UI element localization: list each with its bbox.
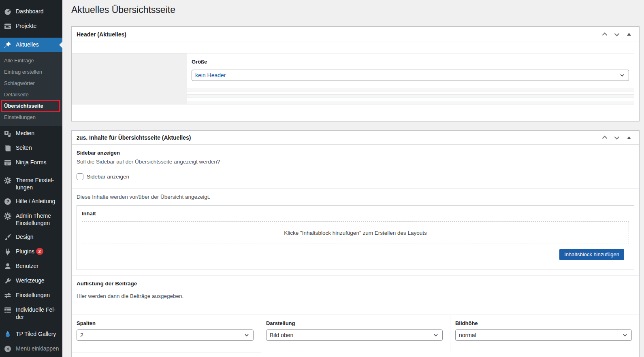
sidebar-item-label: Aktuelles — [16, 41, 60, 48]
sidebar-anzeigen-field: Sidebar anzeigen Soll die Sidebar auf de… — [72, 145, 639, 188]
sidebar-anzeigen-question: Soll die Sidebar auf der Übersichtsseite… — [77, 159, 634, 165]
sidebar-item-label: Plugins2 — [16, 248, 60, 255]
sidebar-item-tp-tiled-gallery[interactable]: TP Tiled Gallery — [0, 327, 62, 342]
sidebar-item-werkzeuge[interactable]: Werkzeuge — [0, 274, 62, 288]
header-size-select[interactable]: kein Header — [192, 70, 629, 81]
sidebar-item-label: Projekte — [16, 22, 60, 30]
size-field-label: Größe — [192, 59, 629, 65]
pin-icon — [4, 41, 12, 49]
dashboard-icon — [4, 8, 12, 16]
chevron-down-icon — [243, 332, 250, 338]
sidebar-item-ninja-forms[interactable]: Ninja Forms — [0, 155, 62, 170]
user-icon — [4, 262, 12, 270]
drop-zone-hint: Klicke "Inhaltsblock hinzufügen" zum Ers… — [284, 230, 427, 236]
select-value: kein Header — [195, 72, 226, 79]
add-content-block-button[interactable]: Inhaltsblock hinzufügen — [559, 249, 624, 260]
sidebar-anzeigen-checkbox-label[interactable]: Sidebar anzeigen — [87, 174, 129, 180]
sidebar-item-dashboard[interactable]: Dashboard — [0, 4, 62, 19]
wrench-icon — [4, 277, 12, 285]
move-up-button[interactable] — [599, 132, 611, 144]
sidebar-anzeigen-checkbox-row: Sidebar anzeigen — [77, 173, 634, 180]
submenu-item-uebersichtsseite[interactable]: Übersichtsseite — [0, 100, 62, 112]
bildhoehe-select[interactable]: normal — [455, 329, 632, 341]
media-icon — [4, 130, 12, 138]
header-metabox-title: Header (Aktuelles) — [72, 31, 131, 38]
sidebar-item-label: Design — [16, 233, 60, 240]
triangle-up-icon — [627, 33, 631, 36]
chevron-down-icon — [619, 72, 625, 79]
sidebar-item-label: Einstellungen — [16, 291, 60, 299]
chevron-down-icon — [613, 134, 621, 141]
main-content: Aktuelles Übersichtsseite Header (Aktuel… — [62, 0, 644, 357]
header-preview-area — [72, 53, 187, 104]
custom-fields-icon — [4, 306, 12, 314]
listing-heading: Auflistung der Beiträge — [77, 280, 634, 287]
move-down-button[interactable] — [611, 132, 623, 144]
sidebar-item-theme-einstellungen[interactable]: Theme Einstel-lungen — [0, 173, 62, 194]
collapse-menu-label: Menü einklappen — [16, 345, 60, 352]
sidebar-item-label: Seiten — [16, 144, 60, 151]
submenu-item-alle-eintraege[interactable]: Alle Einträge — [0, 55, 62, 66]
chevron-up-icon — [601, 134, 608, 141]
sidebar-item-aktuelles[interactable]: Aktuelles — [0, 38, 62, 52]
sidebar-item-label: Dashboard — [16, 8, 60, 15]
page-title: Aktuelles Übersichtsseite — [71, 4, 640, 16]
admin-sidebar: Dashboard Projekte Aktuelles Alle Einträ… — [0, 0, 62, 357]
sidebar-item-label: Hilfe / Anleitung — [16, 198, 60, 205]
metabox-handle-actions — [599, 132, 639, 144]
darstellung-label: Darstellung — [266, 320, 443, 326]
spalten-select[interactable]: 2 — [77, 329, 254, 341]
toggle-panel-button[interactable] — [623, 132, 635, 144]
sidebar-item-admin-theme-einstellungen[interactable]: Admin Theme Einstellungen — [0, 209, 62, 230]
submenu-item-schlagwoerter[interactable]: Schlagwörter — [0, 78, 62, 89]
submenu-item-label: Übersichtsseite — [4, 103, 43, 109]
listing-description: Hier werden dann die Beiträge ausgegeben… — [77, 293, 634, 299]
sidebar-item-plugins[interactable]: Plugins2 — [0, 244, 62, 259]
settings-icon — [4, 291, 12, 300]
zus-inhalte-metabox: zus. Inhalte für Übersichtsseite (Aktuel… — [71, 130, 640, 357]
sidebar-item-einstellungen[interactable]: Einstellungen — [0, 288, 62, 303]
toggle-panel-button[interactable] — [623, 28, 635, 40]
sidebar-item-medien[interactable]: Medien — [0, 126, 62, 141]
brush-icon — [4, 233, 12, 241]
move-up-button[interactable] — [599, 28, 611, 40]
submenu-item-eintrag-erstellen[interactable]: Eintrag erstellen — [0, 66, 62, 78]
empty-row — [187, 101, 634, 104]
sidebar-anzeigen-checkbox[interactable] — [77, 173, 83, 180]
header-size-field: Größe kein Header — [72, 53, 634, 104]
submenu-item-einstellungen[interactable]: Einstellungen — [0, 112, 62, 123]
chevron-up-icon — [601, 31, 608, 38]
empty-row — [187, 91, 634, 94]
listing-settings-row: Spalten 2 Darstellung Bild oben Bildhöhe… — [72, 314, 639, 352]
sidebar-item-hilfe[interactable]: ? Hilfe / Anleitung — [0, 194, 62, 209]
spalten-label: Spalten — [77, 320, 254, 326]
darstellung-select[interactable]: Bild oben — [266, 329, 443, 341]
metabox-handle-actions — [599, 28, 639, 40]
sidebar-item-label: Werkzeuge — [16, 277, 60, 284]
aktuelles-submenu: Alle Einträge Eintrag erstellen Schlagwö… — [0, 52, 62, 126]
collapse-arrow-icon — [4, 345, 12, 353]
sidebar-anzeigen-label: Sidebar anzeigen — [77, 150, 634, 156]
next-field-border — [72, 352, 261, 353]
header-size-cell: Größe kein Header — [187, 53, 634, 104]
sidebar-item-label: Ninja Forms — [16, 159, 60, 166]
projects-icon — [4, 22, 12, 30]
sidebar-item-seiten[interactable]: Seiten — [0, 141, 62, 155]
collapse-menu-button[interactable]: Menü einklappen — [0, 342, 62, 356]
inhalt-box: Inhalt Klicke "Inhaltsblock hinzufügen" … — [77, 205, 634, 270]
sidebar-item-individuelle-felder[interactable]: Individuelle Fel-der — [0, 303, 62, 324]
sidebar-item-benutzer[interactable]: Benutzer — [0, 259, 62, 274]
submenu-item-detailseite[interactable]: Detailseite — [0, 89, 62, 100]
help-icon: ? — [4, 198, 12, 206]
gear-icon — [4, 176, 12, 185]
plugins-update-badge: 2 — [36, 248, 43, 255]
sidebar-item-design[interactable]: Design — [0, 230, 62, 244]
bildhoehe-field: Bildhöhe normal — [450, 315, 639, 352]
move-down-button[interactable] — [611, 28, 623, 40]
sidebar-item-projekte[interactable]: Projekte — [0, 19, 62, 34]
header-aktuelles-metabox: Header (Aktuelles) Größe kein H — [71, 26, 640, 121]
inhalt-label: Inhalt — [82, 210, 96, 217]
sidebar-item-label: Medien — [16, 130, 60, 137]
plugin-icon — [4, 248, 12, 256]
zus-inhalte-title: zus. Inhalte für Übersichtsseite (Aktuel… — [72, 134, 196, 141]
